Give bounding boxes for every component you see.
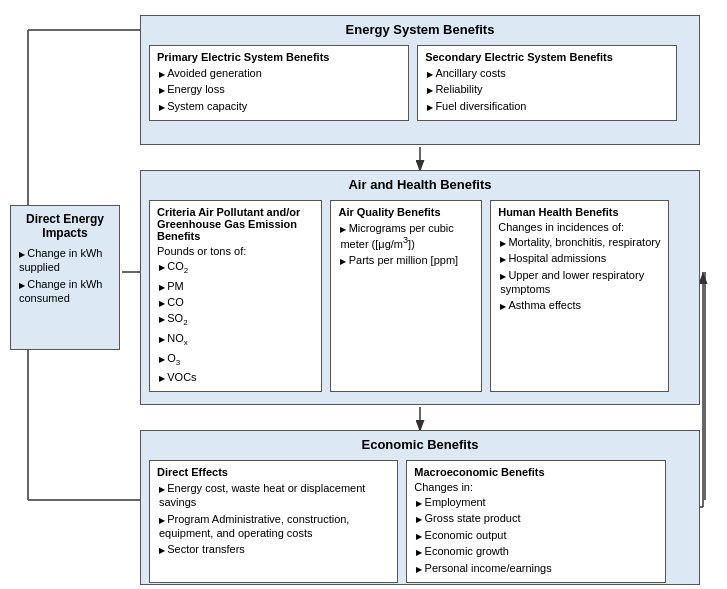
primary-electric-list: Avoided generation Energy loss System ca…: [157, 66, 401, 113]
criteria-bullet-3: CO: [159, 295, 314, 309]
criteria-bullet-7: VOCs: [159, 370, 314, 384]
macroeconomic-list: Employment Gross state product Economic …: [414, 495, 658, 575]
secondary-electric-box: Secondary Electric System Benefits Ancil…: [417, 45, 677, 121]
criteria-box: Criteria Air Pollutant and/or Greenhouse…: [149, 200, 322, 392]
human-health-title: Human Health Benefits: [498, 206, 661, 218]
primary-electric-box: Primary Electric System Benefits Avoided…: [149, 45, 409, 121]
macro-bullet-2: Gross state product: [416, 511, 658, 525]
direct-effects-box: Direct Effects Energy cost, waste heat o…: [149, 460, 398, 583]
economic-inner-row: Direct Effects Energy cost, waste heat o…: [149, 460, 691, 583]
macroeconomic-intro: Changes in:: [414, 481, 658, 493]
economic-title: Economic Benefits: [149, 437, 691, 452]
human-health-box: Human Health Benefits Changes in inciden…: [490, 200, 669, 392]
human-health-list: Mortality, bronchitis, respiratory Hospi…: [498, 235, 661, 313]
macro-bullet-4: Economic growth: [416, 544, 658, 558]
human-health-intro: Changes in incidences of:: [498, 221, 661, 233]
direct-energy-box: Direct Energy Impacts Change in kWh supp…: [10, 205, 120, 350]
direct-effects-list: Energy cost, waste heat or displacement …: [157, 481, 390, 557]
secondary-electric-title: Secondary Electric System Benefits: [425, 51, 669, 63]
secondary-bullet-1: Ancillary costs: [427, 66, 669, 80]
air-health-section: Air and Health Benefits Criteria Air Pol…: [140, 170, 700, 405]
macro-bullet-3: Economic output: [416, 528, 658, 542]
air-quality-box: Air Quality Benefits Micrograms per cubi…: [330, 200, 482, 392]
primary-bullet-2: Energy loss: [159, 82, 401, 96]
criteria-bullet-5: NOx: [159, 331, 314, 349]
secondary-electric-list: Ancillary costs Reliability Fuel diversi…: [425, 66, 669, 113]
human-health-bullet-4: Asthma effects: [500, 298, 661, 312]
air-health-title: Air and Health Benefits: [149, 177, 691, 192]
criteria-bullet-6: O3: [159, 351, 314, 369]
direct-energy-list: Change in kWh supplied Change in kWh con…: [17, 246, 113, 305]
air-quality-bullet-2: Parts per million [ppm]: [340, 253, 474, 267]
human-health-bullet-2: Hospital admissions: [500, 251, 661, 265]
criteria-list: CO2 PM CO SO2 NOx O3 VOCs: [157, 259, 314, 384]
criteria-bullet-4: SO2: [159, 311, 314, 329]
diagram-container: Direct Energy Impacts Change in kWh supp…: [10, 10, 717, 579]
human-health-bullet-1: Mortality, bronchitis, respiratory: [500, 235, 661, 249]
criteria-intro: Pounds or tons of:: [157, 245, 314, 257]
secondary-bullet-2: Reliability: [427, 82, 669, 96]
energy-system-title: Energy System Benefits: [149, 22, 691, 37]
primary-bullet-3: System capacity: [159, 99, 401, 113]
air-quality-list: Micrograms per cubic meter ([μg/m3]) Par…: [338, 221, 474, 268]
energy-inner-row: Primary Electric System Benefits Avoided…: [149, 45, 691, 121]
direct-energy-item-1: Change in kWh supplied: [19, 246, 113, 275]
direct-effects-title: Direct Effects: [157, 466, 390, 478]
direct-energy-item-2: Change in kWh consumed: [19, 277, 113, 306]
criteria-title: Criteria Air Pollutant and/or Greenhouse…: [157, 206, 314, 242]
macroeconomic-title: Macroeconomic Benefits: [414, 466, 658, 478]
macro-bullet-1: Employment: [416, 495, 658, 509]
macroeconomic-box: Macroeconomic Benefits Changes in: Emplo…: [406, 460, 666, 583]
direct-effects-bullet-3: Sector transfers: [159, 542, 390, 556]
air-health-inner-row: Criteria Air Pollutant and/or Greenhouse…: [149, 200, 691, 392]
human-health-bullet-3: Upper and lower respiratory symptoms: [500, 268, 661, 297]
criteria-bullet-2: PM: [159, 279, 314, 293]
primary-bullet-1: Avoided generation: [159, 66, 401, 80]
primary-electric-title: Primary Electric System Benefits: [157, 51, 401, 63]
direct-energy-title: Direct Energy Impacts: [17, 212, 113, 240]
direct-effects-bullet-2: Program Administrative, construction, eq…: [159, 512, 390, 541]
air-quality-title: Air Quality Benefits: [338, 206, 474, 218]
macro-bullet-5: Personal income/earnings: [416, 561, 658, 575]
economic-section: Economic Benefits Direct Effects Energy …: [140, 430, 700, 585]
air-quality-bullet-1: Micrograms per cubic meter ([μg/m3]): [340, 221, 474, 251]
direct-effects-bullet-1: Energy cost, waste heat or displacement …: [159, 481, 390, 510]
criteria-bullet-1: CO2: [159, 259, 314, 277]
secondary-bullet-3: Fuel diversification: [427, 99, 669, 113]
energy-system-section: Energy System Benefits Primary Electric …: [140, 15, 700, 145]
